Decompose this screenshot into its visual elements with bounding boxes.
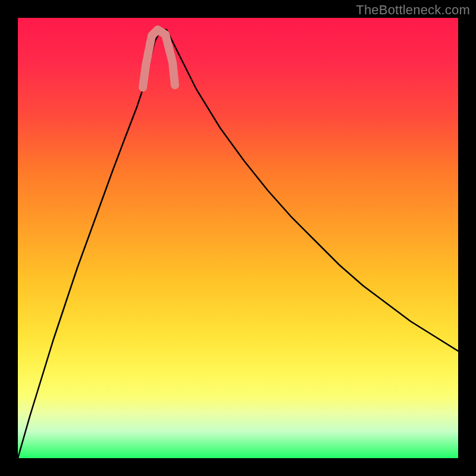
- curve-layer: [18, 18, 458, 458]
- flat-minimum-overlay: [143, 30, 175, 87]
- plot-area: [18, 18, 458, 458]
- watermark-text: TheBottleneck.com: [356, 2, 470, 18]
- chart-frame: TheBottleneck.com: [0, 0, 476, 476]
- main-curve: [18, 30, 458, 458]
